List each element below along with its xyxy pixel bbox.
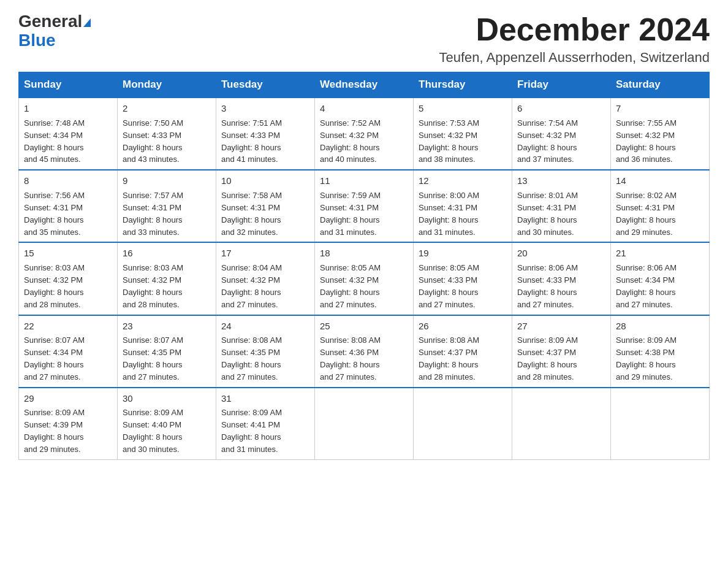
day-info: Sunrise: 7:59 AMSunset: 4:31 PMDaylight:… — [320, 191, 381, 237]
table-row: 19 Sunrise: 8:05 AMSunset: 4:33 PMDaylig… — [414, 242, 512, 315]
day-number: 22 — [24, 320, 112, 333]
day-info: Sunrise: 7:53 AMSunset: 4:32 PMDaylight:… — [419, 118, 479, 164]
day-info: Sunrise: 8:06 AMSunset: 4:33 PMDaylight:… — [517, 263, 578, 309]
day-info: Sunrise: 8:09 AMSunset: 4:41 PMDaylight:… — [221, 408, 282, 454]
day-info: Sunrise: 8:07 AMSunset: 4:34 PMDaylight:… — [24, 335, 85, 381]
day-info: Sunrise: 8:07 AMSunset: 4:35 PMDaylight:… — [123, 335, 183, 381]
day-info: Sunrise: 8:02 AMSunset: 4:31 PMDaylight:… — [616, 191, 677, 237]
day-info: Sunrise: 8:03 AMSunset: 4:32 PMDaylight:… — [24, 263, 85, 309]
table-row: 26 Sunrise: 8:08 AMSunset: 4:37 PMDaylig… — [414, 315, 512, 388]
day-number: 9 — [123, 174, 211, 188]
table-row: 29 Sunrise: 8:09 AMSunset: 4:39 PMDaylig… — [19, 388, 118, 460]
day-info: Sunrise: 8:09 AMSunset: 4:40 PMDaylight:… — [123, 408, 183, 454]
day-number: 13 — [517, 174, 605, 188]
table-row: 18 Sunrise: 8:05 AMSunset: 4:32 PMDaylig… — [315, 242, 414, 315]
day-info: Sunrise: 8:09 AMSunset: 4:37 PMDaylight:… — [517, 335, 578, 381]
day-number: 16 — [123, 247, 211, 260]
table-row: 21 Sunrise: 8:06 AMSunset: 4:34 PMDaylig… — [611, 242, 710, 315]
col-monday: Monday — [118, 72, 216, 98]
table-row: 23 Sunrise: 8:07 AMSunset: 4:35 PMDaylig… — [118, 315, 216, 388]
calendar-header-row: Sunday Monday Tuesday Wednesday Thursday… — [19, 72, 710, 98]
table-row: 24 Sunrise: 8:08 AMSunset: 4:35 PMDaylig… — [216, 315, 315, 388]
table-row: 31 Sunrise: 8:09 AMSunset: 4:41 PMDaylig… — [216, 388, 315, 460]
day-info: Sunrise: 7:51 AMSunset: 4:33 PMDaylight:… — [221, 118, 282, 164]
day-info: Sunrise: 8:00 AMSunset: 4:31 PMDaylight:… — [419, 191, 479, 237]
day-number: 28 — [616, 320, 704, 333]
day-info: Sunrise: 8:04 AMSunset: 4:32 PMDaylight:… — [221, 263, 282, 309]
table-row: 8 Sunrise: 7:56 AMSunset: 4:31 PMDayligh… — [19, 170, 118, 242]
day-info: Sunrise: 7:55 AMSunset: 4:32 PMDaylight:… — [616, 118, 677, 164]
page-header: General Blue December 2024 Teufen, Appen… — [18, 12, 710, 66]
table-row: 3 Sunrise: 7:51 AMSunset: 4:33 PMDayligh… — [216, 98, 315, 170]
table-row: 4 Sunrise: 7:52 AMSunset: 4:32 PMDayligh… — [315, 98, 414, 170]
day-info: Sunrise: 8:05 AMSunset: 4:33 PMDaylight:… — [419, 263, 479, 309]
day-info: Sunrise: 8:08 AMSunset: 4:35 PMDaylight:… — [221, 335, 282, 381]
table-row: 6 Sunrise: 7:54 AMSunset: 4:32 PMDayligh… — [512, 98, 611, 170]
day-number: 25 — [320, 320, 408, 333]
table-row: 9 Sunrise: 7:57 AMSunset: 4:31 PMDayligh… — [118, 170, 216, 242]
table-row: 20 Sunrise: 8:06 AMSunset: 4:33 PMDaylig… — [512, 242, 611, 315]
day-number: 20 — [517, 247, 605, 260]
table-row: 14 Sunrise: 8:02 AMSunset: 4:31 PMDaylig… — [611, 170, 710, 242]
day-info: Sunrise: 8:06 AMSunset: 4:34 PMDaylight:… — [616, 263, 677, 309]
day-number: 5 — [419, 102, 507, 115]
table-row: 12 Sunrise: 8:00 AMSunset: 4:31 PMDaylig… — [414, 170, 512, 242]
day-number: 21 — [616, 247, 704, 260]
day-number: 19 — [419, 247, 507, 260]
day-info: Sunrise: 8:05 AMSunset: 4:32 PMDaylight:… — [320, 263, 381, 309]
table-row: 30 Sunrise: 8:09 AMSunset: 4:40 PMDaylig… — [118, 388, 216, 460]
day-number: 24 — [221, 320, 309, 333]
day-number: 7 — [616, 102, 704, 115]
calendar-week-row: 22 Sunrise: 8:07 AMSunset: 4:34 PMDaylig… — [19, 315, 710, 388]
day-number: 4 — [320, 102, 408, 115]
table-row — [512, 388, 611, 460]
table-row: 7 Sunrise: 7:55 AMSunset: 4:32 PMDayligh… — [611, 98, 710, 170]
calendar-week-row: 15 Sunrise: 8:03 AMSunset: 4:32 PMDaylig… — [19, 242, 710, 315]
logo: General Blue — [18, 12, 91, 50]
day-info: Sunrise: 7:54 AMSunset: 4:32 PMDaylight:… — [517, 118, 578, 164]
table-row: 16 Sunrise: 8:03 AMSunset: 4:32 PMDaylig… — [118, 242, 216, 315]
day-number: 23 — [123, 320, 211, 333]
logo-general-text: General — [18, 12, 82, 31]
calendar-week-row: 29 Sunrise: 8:09 AMSunset: 4:39 PMDaylig… — [19, 388, 710, 460]
calendar-table: Sunday Monday Tuesday Wednesday Thursday… — [18, 72, 710, 460]
day-info: Sunrise: 7:57 AMSunset: 4:31 PMDaylight:… — [123, 191, 183, 237]
col-wednesday: Wednesday — [315, 72, 414, 98]
day-number: 11 — [320, 174, 408, 188]
day-info: Sunrise: 8:09 AMSunset: 4:39 PMDaylight:… — [24, 408, 85, 454]
col-tuesday: Tuesday — [216, 72, 315, 98]
table-row: 13 Sunrise: 8:01 AMSunset: 4:31 PMDaylig… — [512, 170, 611, 242]
day-number: 8 — [24, 174, 112, 188]
day-number: 26 — [419, 320, 507, 333]
day-info: Sunrise: 8:09 AMSunset: 4:38 PMDaylight:… — [616, 335, 677, 381]
day-info: Sunrise: 8:03 AMSunset: 4:32 PMDaylight:… — [123, 263, 183, 309]
table-row: 27 Sunrise: 8:09 AMSunset: 4:37 PMDaylig… — [512, 315, 611, 388]
calendar-week-row: 1 Sunrise: 7:48 AMSunset: 4:34 PMDayligh… — [19, 98, 710, 170]
col-thursday: Thursday — [414, 72, 512, 98]
logo-triangle-icon — [83, 18, 91, 27]
table-row: 11 Sunrise: 7:59 AMSunset: 4:31 PMDaylig… — [315, 170, 414, 242]
day-number: 15 — [24, 247, 112, 260]
day-number: 29 — [24, 392, 112, 405]
page-title: December 2024 — [439, 12, 710, 47]
day-number: 18 — [320, 247, 408, 260]
day-info: Sunrise: 8:08 AMSunset: 4:37 PMDaylight:… — [419, 335, 479, 381]
day-number: 6 — [517, 102, 605, 115]
day-number: 2 — [123, 102, 211, 115]
col-friday: Friday — [512, 72, 611, 98]
day-number: 1 — [24, 102, 112, 115]
table-row: 5 Sunrise: 7:53 AMSunset: 4:32 PMDayligh… — [414, 98, 512, 170]
day-info: Sunrise: 7:52 AMSunset: 4:32 PMDaylight:… — [320, 118, 381, 164]
table-row: 17 Sunrise: 8:04 AMSunset: 4:32 PMDaylig… — [216, 242, 315, 315]
day-info: Sunrise: 7:58 AMSunset: 4:31 PMDaylight:… — [221, 191, 282, 237]
logo-blue-text: Blue — [18, 31, 91, 50]
table-row: 15 Sunrise: 8:03 AMSunset: 4:32 PMDaylig… — [19, 242, 118, 315]
day-number: 3 — [221, 102, 309, 115]
table-row: 1 Sunrise: 7:48 AMSunset: 4:34 PMDayligh… — [19, 98, 118, 170]
day-number: 10 — [221, 174, 309, 188]
day-info: Sunrise: 8:01 AMSunset: 4:31 PMDaylight:… — [517, 191, 578, 237]
table-row — [414, 388, 512, 460]
table-row — [315, 388, 414, 460]
table-row — [611, 388, 710, 460]
day-number: 12 — [419, 174, 507, 188]
